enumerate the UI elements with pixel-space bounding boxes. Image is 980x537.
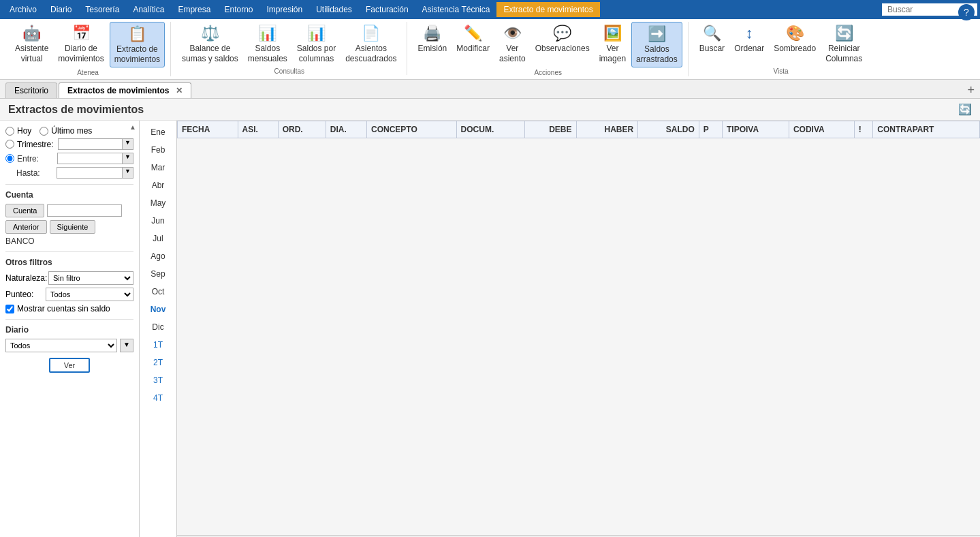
col-concepto: CONCEPTO — [367, 121, 457, 138]
diario-select[interactable]: Todos — [5, 339, 117, 352]
data-table-wrapper: FECHAASI.ORD.DIA.CONCEPTODOCUM.DEBEHABER… — [177, 121, 980, 535]
month-item-abr[interactable]: Abr — [140, 177, 176, 194]
col-dia-: DIA. — [326, 121, 366, 138]
menu-asistencia[interactable]: Asistencia Técnica — [415, 2, 497, 17]
ribbon-buscar-btn[interactable]: 🔍 Buscar — [695, 22, 729, 57]
menu-facturacion[interactable]: Facturación — [359, 2, 415, 17]
month-item-mar[interactable]: Mar — [140, 159, 176, 177]
ribbon-group-consultas: ⚖️ Balance de sumas y saldos 📊 Saldos me… — [172, 22, 407, 75]
tab-close-icon[interactable]: ✕ — [176, 86, 183, 95]
scroll-indicator: ▲ — [129, 121, 136, 537]
banco-text: BANCO — [5, 236, 133, 246]
month-item-2t[interactable]: 2T — [140, 354, 176, 371]
ribbon-extracto-btn[interactable]: 📋 Extracto de movimientos — [110, 22, 165, 67]
col-saldo: SALDO — [638, 121, 699, 138]
col-codiva: CODIVA — [789, 121, 854, 138]
col--: ! — [854, 121, 873, 138]
menu-tesoreria[interactable]: Tesorería — [78, 2, 126, 17]
month-item-feb[interactable]: Feb — [140, 141, 176, 159]
data-area: FECHAASI.ORD.DIA.CONCEPTODOCUM.DEBEHABER… — [177, 121, 980, 537]
mostrar-saldo-row: Mostrar cuentas sin saldo — [5, 304, 133, 313]
ribbon-ver-imagen-btn[interactable]: 🖼️ Ver imagen — [595, 22, 630, 66]
ribbon-saldos-columnas-btn[interactable]: 📊 Saldos por columnas — [293, 22, 340, 66]
hasta-input[interactable]: 31/12/20XX+1 — [57, 168, 122, 178]
add-tab-btn[interactable]: + — [967, 83, 975, 97]
entre-input[interactable]: 01/01/20XX-1 — [58, 153, 122, 164]
ribbon-diario-btn[interactable]: 📅 Diario de movimientos — [54, 22, 108, 66]
col-fecha: FECHA — [178, 121, 238, 138]
ribbon-saldos-arrastrados-btn[interactable]: ➡️ Saldos arrastrados — [631, 22, 682, 67]
ribbon-sombreado-btn[interactable]: 🎨 Sombreado — [770, 22, 820, 57]
month-item-nov[interactable]: Nov — [140, 301, 176, 318]
scroll-up-icon[interactable]: ▲ — [129, 123, 136, 131]
saldos-mensuales-icon: 📊 — [258, 25, 276, 42]
month-item-dic[interactable]: Dic — [140, 318, 176, 336]
ribbon-asientos-desc-btn[interactable]: 📄 Asientos descuadrados — [341, 22, 400, 66]
siguiente-button[interactable]: Siguiente — [50, 220, 96, 234]
menu-diario[interactable]: Diario — [44, 2, 78, 17]
month-item-4t[interactable]: 4T — [140, 389, 176, 407]
month-item-jul[interactable]: Jul — [140, 230, 176, 247]
mostrar-saldo-label: Mostrar cuentas sin saldo — [17, 304, 110, 313]
punteo-select[interactable]: Todos — [46, 288, 133, 301]
menu-utilidades[interactable]: Utilidades — [309, 2, 359, 17]
observaciones-icon: 💬 — [553, 25, 571, 42]
ribbon-observaciones-btn[interactable]: 💬 Observaciones — [531, 22, 594, 57]
tab-area: Escritorio Extractos de movimientos ✕ + — [0, 80, 980, 99]
col-docum-: DOCUM. — [456, 121, 524, 138]
trimestre-input[interactable]: Primer Trimestr — [59, 139, 123, 149]
ribbon-group-atenea: 🤖 Asistente virtual 📅 Diario de movimien… — [5, 22, 171, 76]
cuenta-section-title: Cuenta — [5, 190, 133, 200]
month-item-oct[interactable]: Oct — [140, 283, 176, 301]
menu-entorno[interactable]: Entorno — [217, 2, 259, 17]
trimestre-radio[interactable] — [5, 140, 14, 149]
tab-extractos[interactable]: Extractos de movimientos ✕ — [59, 82, 191, 98]
cuenta-field[interactable]: 572.0.0.000 — [47, 204, 122, 217]
naturaleza-label: Naturaleza: — [5, 273, 46, 283]
trimestre-row: Trimestre: Primer Trimestr ▼ — [5, 138, 133, 150]
entre-radio[interactable] — [5, 154, 14, 163]
ribbon-modificar-btn[interactable]: ✏️ Modificar — [452, 22, 494, 57]
month-item-3t[interactable]: 3T — [140, 371, 176, 389]
menu-archivo[interactable]: Archivo — [3, 2, 44, 17]
entre-label: Entre: — [17, 154, 54, 164]
month-panel: EneFebMarAbrMayJunJulAgoSepOctNovDic1T2T… — [140, 121, 177, 537]
ver-button[interactable]: Ver — [49, 358, 91, 373]
ribbon-group-vista: 🔍 Buscar ↕️ Ordenar 🎨 Sombreado 🔄 Reinic… — [690, 22, 872, 75]
ultimo-mes-radio[interactable] — [39, 127, 48, 136]
col-haber: HABER — [576, 121, 638, 138]
ribbon-group-atenea-label: Atenea — [77, 69, 99, 76]
anterior-button[interactable]: Anterior — [5, 220, 47, 234]
mostrar-saldo-checkbox[interactable] — [5, 305, 14, 313]
page-title: Extractos de movimientos — [8, 104, 144, 116]
month-item-jun[interactable]: Jun — [140, 212, 176, 230]
menu-analitica[interactable]: Analítica — [126, 2, 171, 17]
ribbon-ordenar-btn[interactable]: ↕️ Ordenar — [730, 22, 768, 57]
diario-section-title: Diario — [5, 325, 133, 335]
menu-impresion[interactable]: Impresión — [259, 2, 309, 17]
month-item-ago[interactable]: Ago — [140, 247, 176, 265]
page-title-bar: Extractos de movimientos 🔄 — [0, 99, 980, 121]
ribbon-saldos-mensuales-btn[interactable]: 📊 Saldos mensuales — [244, 22, 291, 66]
cuenta-button[interactable]: Cuenta — [5, 204, 44, 217]
ribbon-balance-btn[interactable]: ⚖️ Balance de sumas y saldos — [178, 22, 242, 66]
menu-extracto[interactable]: Extracto de movimientos — [496, 2, 599, 17]
hoy-radio[interactable] — [5, 127, 14, 136]
menu-empresa[interactable]: Empresa — [171, 2, 217, 17]
menu-bar: Archivo Diario Tesorería Analítica Empre… — [0, 0, 980, 19]
ribbon-group-acciones-label: Acciones — [534, 69, 562, 76]
naturaleza-select[interactable]: Sin filtro — [48, 271, 133, 285]
ribbon-ver-asiento-btn[interactable]: 👁️ Ver asiento — [495, 22, 530, 66]
hoy-row: Hoy Último mes — [5, 126, 133, 136]
month-item-1t[interactable]: 1T — [140, 336, 176, 354]
month-item-may[interactable]: May — [140, 194, 176, 212]
ribbon-asistente-btn[interactable]: 🤖 Asistente virtual — [11, 22, 52, 66]
ribbon-emision-btn[interactable]: 🖨️ Emisión — [414, 22, 452, 57]
help-button[interactable]: ? — [958, 4, 975, 20]
ribbon-reiniciar-btn[interactable]: 🔄 Reiniciar Columnas — [821, 22, 866, 66]
trimestre-label: Trimestre: — [17, 140, 54, 149]
month-item-sep[interactable]: Sep — [140, 265, 176, 283]
tab-escritorio[interactable]: Escritorio — [5, 82, 57, 98]
month-item-ene[interactable]: Ene — [140, 123, 176, 141]
refresh-icon[interactable]: 🔄 — [958, 103, 972, 116]
